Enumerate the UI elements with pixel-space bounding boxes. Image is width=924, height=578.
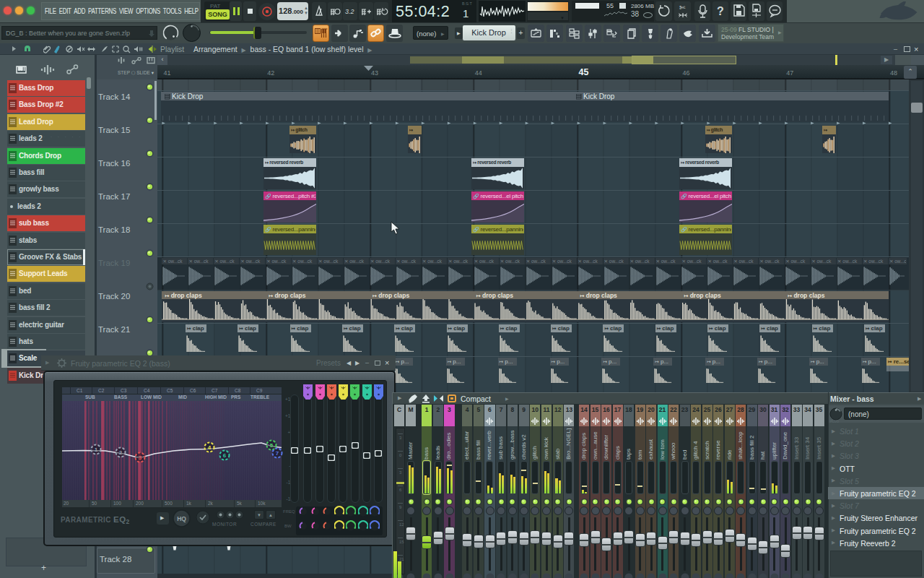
svg-text:2: 2 <box>119 449 123 456</box>
svg-text:HQ: HQ <box>177 515 186 522</box>
svg-text:4: 4 <box>208 444 212 451</box>
svg-text:3: 3 <box>139 454 142 461</box>
svg-text:✄: ✄ <box>679 4 686 12</box>
svg-text:6: 6 <box>223 452 227 459</box>
svg-text:?: ? <box>717 5 724 17</box>
svg-text:7: 7 <box>276 450 279 457</box>
svg-text:3.2: 3.2 <box>345 8 354 15</box>
svg-text:1: 1 <box>95 447 98 453</box>
